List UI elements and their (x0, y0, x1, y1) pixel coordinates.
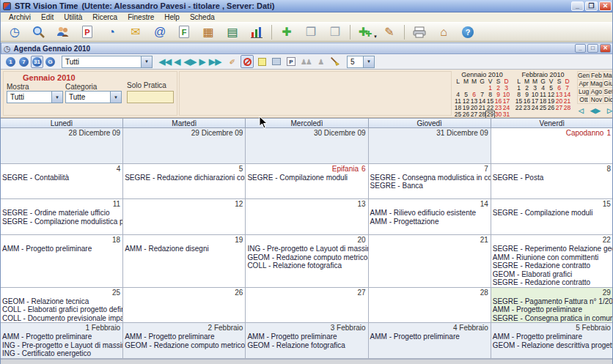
print-icon[interactable] (410, 23, 429, 40)
mini-calendar-day[interactable]: 25 (454, 111, 462, 118)
calendar-event[interactable]: GEOM - Elaborati grafici (491, 270, 613, 279)
colors-icon[interactable]: ✐ (226, 55, 239, 68)
chart-icon[interactable] (247, 23, 266, 40)
calendar-event[interactable]: ING - Pre-progetto e Layuot di massima (1, 341, 122, 350)
restore-button[interactable]: ❐ (585, 1, 598, 11)
calendar-event[interactable]: ING - Pre-progetto e Layuot di massima (246, 245, 367, 253)
calendar-day-cell[interactable]: 30 Dicembre 09 (246, 128, 368, 163)
calendar-event[interactable]: SEGRE - Ordine materiale ufficio (1, 209, 122, 218)
event-count-select[interactable]: 5 ▼ (347, 56, 375, 68)
menu-item-scheda[interactable]: Scheda (185, 12, 220, 22)
search-icon[interactable] (29, 23, 48, 40)
contacts-icon[interactable] (54, 23, 73, 40)
calendar-event[interactable]: SEGRE - Consegna modulistica in comune (369, 174, 491, 182)
calendar-day-cell[interactable]: 18AMM - Progetto preliminare (1, 235, 123, 287)
agenda-minimize-button[interactable]: _ (575, 44, 586, 53)
edit-icon[interactable]: ✎ (380, 23, 399, 40)
calendar-event[interactable]: SEGRE - Banca (369, 182, 491, 190)
person-icon[interactable]: ♟ (314, 55, 327, 68)
planner-icon[interactable]: ◔ (102, 23, 121, 40)
calendar-event[interactable]: AMM - Riunione con committenti (491, 253, 613, 262)
no-entry-icon[interactable] (241, 55, 254, 68)
minical-today-icon[interactable]: ◀▶ (590, 107, 601, 114)
calendar-day-cell[interactable]: 4SEGRE - Contabilità (1, 164, 123, 199)
calendar-day-cell[interactable]: 8SEGRE - Posta (491, 164, 613, 199)
calendar-day-cell[interactable]: 29 Dicembre 09 (123, 128, 246, 163)
calendar-event[interactable]: ING - Certificato energetico (1, 349, 122, 358)
month-picker-gen[interactable]: Gen (578, 72, 590, 80)
mini-calendar-day[interactable]: 26 (547, 105, 555, 111)
clock-icon[interactable]: ◷ (5, 23, 24, 40)
chevron-down-icon[interactable]: ▼ (51, 92, 62, 103)
calendar-day-cell[interactable]: 28 (369, 288, 491, 323)
mini-calendar-day[interactable]: 26 (462, 111, 470, 118)
calendar-event[interactable]: AMM - Progetto preliminare (1, 245, 122, 253)
mail-icon[interactable]: ✉ (126, 23, 145, 40)
mini-calendar-day[interactable]: 24 (531, 105, 539, 111)
calendar-event[interactable]: SEGRE - Reperimento Relazione geologica (491, 245, 613, 253)
calendar-day-cell[interactable]: 19AMM - Redazione disegni (123, 235, 246, 287)
minical-next-icon[interactable]: ▷ (607, 107, 612, 114)
calendar-day-cell[interactable]: 4 FebbraioAMM - Progetto preliminare (369, 323, 491, 358)
mini-calendar-day[interactable]: 23 (523, 105, 531, 111)
dropdown-arrow-icon[interactable]: ▼ (373, 34, 378, 39)
mini-calendar-day[interactable]: 29 (486, 111, 494, 118)
view-button-g[interactable]: G (44, 56, 56, 68)
calendar-event[interactable]: AMM - Progetto preliminare (246, 333, 367, 341)
calendar-event[interactable]: AMM - Progetto preliminare (491, 333, 613, 341)
calendar-event[interactable]: AMM - Rilievo edifiucio esistente (369, 209, 491, 218)
month-picker-nov[interactable]: Nov (590, 96, 603, 104)
menu-item-utilita[interactable]: Utilità (59, 12, 87, 22)
calendar-day-cell[interactable]: 13 (246, 199, 368, 234)
calendar-event[interactable]: AMM - Redazione disegni (123, 245, 245, 253)
calendar-day-cell[interactable]: 12 (123, 199, 246, 234)
calendar-event[interactable]: AMM - Progetto preliminare (369, 333, 491, 341)
calendar-event[interactable]: COLL - Elaborati grafici progetto defini… (1, 305, 122, 314)
home-icon[interactable]: ⌂ (434, 23, 453, 40)
p-small-icon[interactable]: P (285, 55, 298, 68)
agenda-filter-select[interactable]: Tutti ▼ (62, 56, 153, 68)
minical-prev-icon[interactable]: ◁ (579, 107, 584, 114)
calendar-day-cell[interactable]: 14AMM - Rilievo edifiucio esistenteAMM -… (369, 199, 491, 234)
calendar-event[interactable]: AMM - Progettazione (369, 218, 491, 226)
f-document-icon[interactable]: F (175, 23, 194, 40)
month-picker-feb[interactable]: Feb (590, 72, 603, 80)
add-multi-icon[interactable]: ✚✚▼ (356, 23, 375, 40)
calendar-event[interactable]: SEGRE - Posta (491, 174, 613, 182)
delete-icon[interactable]: ❒ (326, 23, 345, 40)
month-picker-mag[interactable]: Mag (590, 80, 603, 88)
nav-next-icon[interactable]: ▶ (197, 57, 208, 67)
calendar-day-cell[interactable]: 5SEGRE - Redazione dichiarazioni conform… (123, 164, 246, 199)
minimize-button[interactable]: _ (571, 1, 584, 11)
broom-icon[interactable] (328, 55, 342, 68)
calendar-day-cell[interactable]: 21 (369, 235, 491, 287)
calendar-day-cell[interactable]: 25GEOM - Relazione tecnicaCOLL - Elabora… (1, 288, 123, 323)
menu-item-help[interactable]: Help (159, 12, 185, 22)
view-button-1[interactable]: 1 (4, 56, 17, 68)
calendar-day-cell[interactable]: 27 (246, 288, 368, 323)
calendar-day-cell[interactable]: 3 FebbraioAMM - Progetto preliminareGEOM… (246, 323, 368, 358)
calendar-event[interactable]: GEOM - Relazione descrittiva progetto de… (491, 341, 613, 350)
agenda-maximize-button[interactable]: □ (587, 44, 598, 53)
month-picker-apr[interactable]: Apr (578, 80, 590, 88)
calendar-day-cell[interactable]: Capodanno1 (491, 128, 613, 163)
mini-calendar-day[interactable]: 30 (494, 111, 502, 118)
calendar-event[interactable]: COLL - Relazione fotografica (246, 261, 367, 270)
calendar-day-cell[interactable]: 20ING - Pre-progetto e Layuot di massima… (246, 235, 368, 287)
calendar-day-cell[interactable]: 31 Dicembre 09 (369, 128, 491, 163)
group-icon[interactable]: ♟♟ (299, 55, 312, 68)
calendar-event[interactable]: GEOM - Relazione fotografica (246, 341, 367, 350)
nav-prev-icon[interactable]: ◀ (172, 57, 183, 67)
close-button[interactable]: ✕ (599, 1, 612, 11)
view-button-31[interactable]: 31 (31, 56, 43, 68)
calendar-event[interactable]: AMM - Progetto preliminare (123, 333, 245, 341)
calendar-event[interactable]: SEGRE - Compilazione moduli (246, 174, 367, 182)
month-picker-giu[interactable]: Giu (603, 80, 613, 88)
mini-calendar-day[interactable]: 28 (478, 111, 486, 118)
calendar-event[interactable]: SEGRE - Compilazione modulistica pratich… (1, 218, 122, 226)
chevron-down-icon[interactable]: ▼ (363, 56, 374, 67)
copy-icon[interactable]: ❐ (301, 23, 320, 40)
panel-icon[interactable] (270, 55, 283, 68)
calendar-day-cell[interactable]: 26 (123, 288, 246, 323)
calendar-event[interactable]: SEGRE - Consegna pratica in comune perti… (491, 314, 613, 323)
